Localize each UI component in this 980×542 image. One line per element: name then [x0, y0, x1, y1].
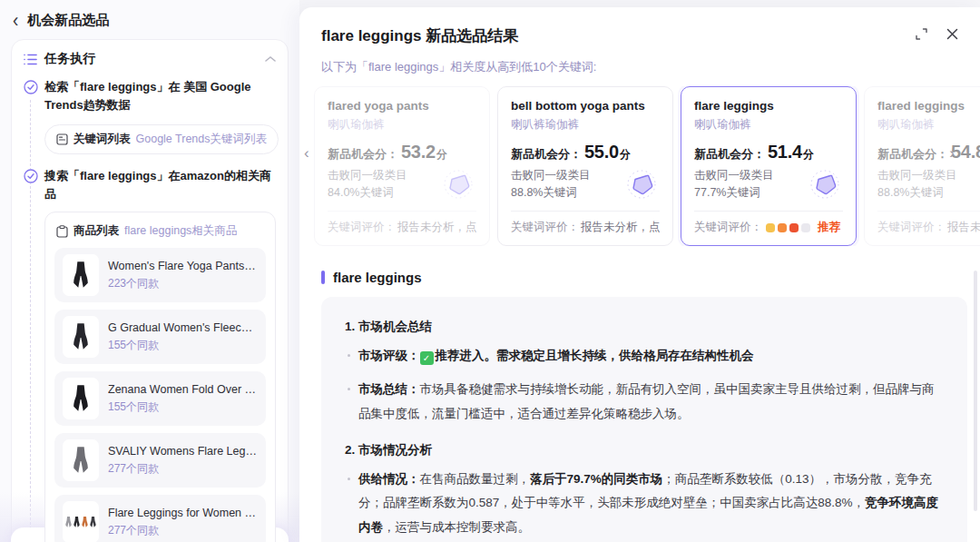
card-divider	[877, 211, 980, 212]
eval-value[interactable]: 报告未分析，点击分析	[397, 220, 476, 235]
product-list-item[interactable]: SVALIY Womens Flare Leggings Yog... 277个…	[54, 433, 266, 488]
eval-value[interactable]: 报告未分析，点击分析	[581, 220, 660, 235]
flare-pants-multi-icon	[63, 501, 99, 542]
eval-rating-dots	[766, 223, 810, 232]
section-header: flare leggings	[299, 246, 980, 285]
score-label: 新品机会分：	[694, 146, 765, 163]
eval-label: 关键词评价：	[328, 220, 396, 235]
product-title: Zenana Women Fold Over Waist Cot...	[108, 383, 258, 396]
keyword-card[interactable]: bell bottom yoga pants 喇叭裤瑜伽裤 新品机会分： 55.…	[497, 86, 673, 246]
report-section-title: 1. 市场机会总结	[345, 319, 944, 335]
expand-icon[interactable]	[915, 27, 928, 41]
document-icon	[56, 133, 68, 145]
product-same-count: 155个同款	[108, 399, 258, 415]
sidebar-header: ‹ 机会新品选品	[0, 0, 299, 37]
product-list-value: flare leggings相关商品	[124, 223, 237, 239]
bullet-text: 供给情况：在售商品数量过剩，落后于79.7%的同类市场；商品垄断系数较低（0.1…	[358, 468, 944, 539]
report-bullet: 市场评级：✓推荐进入。需求稳定且增长持续，供给格局存在结构性机会	[345, 344, 944, 368]
eval-label: 关键词评价：	[877, 220, 946, 235]
product-same-count: 223个同款	[108, 276, 258, 291]
eval-label: 关键词评价：	[694, 220, 762, 235]
section-accent-bar	[321, 271, 325, 284]
radar-gem-icon	[807, 166, 843, 202]
bullet-text: 市场评级：✓推荐进入。需求稳定且增长持续，供给格局存在结构性机会	[358, 344, 754, 368]
card-divider	[511, 211, 660, 212]
recommend-tag: 推荐	[818, 220, 840, 235]
beat-percent-text: 击败同一级类目84.0%关键词	[328, 167, 435, 202]
keyword-name: flared yoga pants	[328, 99, 476, 113]
keyword-card[interactable]: flared yoga pants 喇叭瑜伽裤 新品机会分： 53.2 分 击败…	[314, 86, 490, 246]
product-list-item[interactable]: G Gradual Women's Fleece Lined Pa... 155…	[54, 310, 266, 364]
artifact-pill-wrap: 关键词列表 Google Trends关键词列表	[44, 123, 276, 167]
product-list-item[interactable]: Zenana Women Fold Over Waist Cot... 155个…	[54, 371, 266, 426]
pill-label: 关键词列表	[74, 132, 131, 147]
carousel-prev-icon[interactable]: ‹	[304, 144, 309, 163]
close-icon[interactable]	[946, 28, 958, 40]
keyword-name: bell bottom yoga pants	[511, 99, 660, 113]
score-label: 新品机会分：	[877, 146, 948, 163]
product-same-count: 155个同款	[108, 338, 258, 353]
main-header: flare leggings 新品选品结果	[299, 7, 980, 46]
product-same-count: 277个同款	[108, 461, 258, 477]
task-panel: 任务执行 检索「flare leggings」在 美国 Google Trend…	[11, 39, 289, 542]
collapse-icon[interactable]	[265, 55, 276, 63]
score-label: 新品机会分：	[328, 146, 398, 163]
subtitle: 以下为「flare leggings」相关度从高到低10个关键词:	[299, 46, 980, 75]
product-title: G Gradual Women's Fleece Lined Pa...	[108, 321, 258, 334]
eval-label: 关键词评价：	[511, 220, 579, 235]
score-unit: 分	[620, 147, 631, 163]
score-value: 54.8	[951, 142, 980, 163]
product-same-count: 277个同款	[108, 523, 258, 538]
keyword-cards: flared yoga pants 喇叭瑜伽裤 新品机会分： 53.2 分 击败…	[314, 86, 980, 246]
keyword-name-cn: 喇叭瑜伽裤	[694, 117, 843, 133]
radar-gem-icon	[440, 166, 476, 202]
section-title: flare leggings	[333, 270, 422, 285]
keyword-list-pill[interactable]: 关键词列表 Google Trends关键词列表	[44, 124, 279, 154]
bullet-text: 市场总结：市场具备稳健需求与持续增长动能，新品有切入空间，虽中国卖家主导且供给过…	[358, 378, 944, 426]
task-panel-header: 任务执行	[24, 51, 276, 67]
scrollbar-thumb[interactable]	[974, 271, 977, 511]
score-unit: 分	[436, 147, 447, 163]
keyword-name: flare leggings	[694, 99, 843, 113]
bullet-dot	[348, 478, 350, 480]
score-unit: 分	[803, 147, 814, 163]
main-panel: flare leggings 新品选品结果 以下为「flare leggings…	[299, 7, 980, 542]
rating-dot	[789, 223, 799, 232]
check-circle-icon	[24, 169, 38, 183]
clipboard-icon	[56, 225, 68, 238]
beat-percent-text: 击败同一级类目88.8%关键词	[877, 167, 980, 202]
back-icon[interactable]: ‹	[13, 11, 18, 31]
product-list-header: 商品列表 flare leggings相关商品	[56, 223, 264, 239]
check-circle-icon	[24, 80, 38, 94]
report-box: 1. 市场机会总结市场评级：✓推荐进入。需求稳定且增长持续，供给格局存在结构性机…	[321, 297, 967, 542]
task-step-2: 搜索「flare leggings」在amazon的相关商品	[24, 167, 276, 202]
rating-dot	[801, 223, 810, 232]
keyword-carousel: ‹ › flared yoga pants 喇叭瑜伽裤 新品机会分： 53.2 …	[299, 86, 980, 246]
check-emoji-icon: ✓	[420, 351, 434, 365]
radar-gem-icon	[623, 166, 660, 202]
task-step-text: 搜索「flare leggings」在amazon的相关商品	[44, 167, 276, 202]
flare-pants-icon	[63, 254, 99, 296]
product-list-item[interactable]: Women's Flare Yoga Pants with Poc... 223…	[54, 248, 266, 302]
score-value: 55.0	[584, 142, 619, 163]
task-step-text: 检索「flare leggings」在 美国 Google Trends趋势数据	[44, 78, 276, 113]
report-bullet: 供给情况：在售商品数量过剩，落后于79.7%的同类市场；商品垄断系数较低（0.1…	[345, 468, 944, 539]
eval-value[interactable]: 报告未分析，点击分析	[947, 220, 980, 235]
flare-pants-icon	[63, 439, 99, 481]
task-steps: 检索「flare leggings」在 美国 Google Trends趋势数据…	[24, 78, 276, 542]
product-list-item[interactable]: Flare Leggings for Women Fold Over... 27…	[54, 495, 266, 542]
report-bullet: 市场总结：市场具备稳健需求与持续增长动能，新品有切入空间，虽中国卖家主导且供给过…	[345, 378, 944, 426]
sidebar-title: 机会新品选品	[27, 12, 109, 29]
keyword-card[interactable]: flare leggings 喇叭瑜伽裤 新品机会分： 51.4 分 击败同一级…	[681, 86, 857, 246]
carousel-next-icon[interactable]: ›	[949, 144, 955, 163]
product-title: Women's Flare Yoga Pants with Poc...	[108, 260, 258, 272]
beat-percent-text: 击败同一级类目88.8%关键词	[511, 167, 618, 202]
flare-pants-icon	[63, 378, 99, 419]
pill-value: Google Trends关键词列表	[136, 132, 268, 147]
rating-dot	[766, 223, 775, 232]
product-title: Flare Leggings for Women Fold Over...	[108, 507, 258, 519]
task-step-1: 检索「flare leggings」在 美国 Google Trends趋势数据	[24, 78, 276, 113]
keyword-name-cn: 喇叭裤瑜伽裤	[511, 117, 660, 133]
keyword-card[interactable]: flared leggings 喇叭瑜伽裤 新品机会分： 54.8 分 击败同一…	[864, 86, 980, 246]
score-label: 新品机会分：	[511, 146, 582, 163]
